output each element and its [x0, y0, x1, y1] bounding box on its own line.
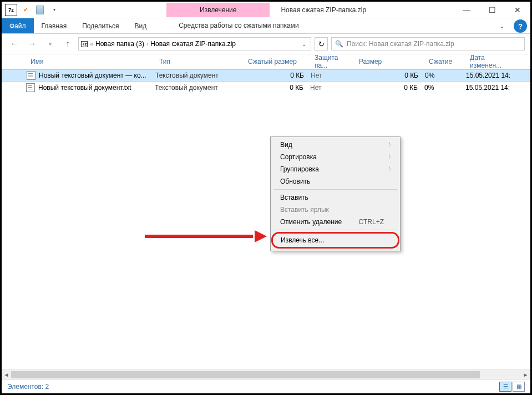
- annotation-arrow: [145, 232, 267, 240]
- explorer-window: 7z ✔ ▾ Извлечение Новая сжатая ZIP-папка…: [0, 0, 532, 395]
- help-icon[interactable]: ?: [514, 19, 527, 33]
- menu-separator: [273, 230, 397, 230]
- file-type: Текстовый документ: [155, 84, 244, 92]
- file-compressed-size: 0 КБ: [244, 84, 310, 92]
- highlighted-menu-item: Извлечь все...: [271, 232, 399, 249]
- menu-extract-all[interactable]: Извлечь все...: [273, 234, 398, 247]
- column-headers: Имя Тип Сжатый размер Защита па... Разме…: [2, 54, 530, 69]
- text-file-icon: [26, 83, 35, 92]
- search-input[interactable]: 🔍 Поиск: Новая сжатая ZIP-папка.zip: [331, 37, 525, 50]
- navigation-bar: ← → ▾ ↑ 7z « Новая папка (3) › Новая сжа…: [2, 34, 530, 54]
- text-file-icon: [27, 71, 36, 80]
- ribbon-tabs: Файл Главная Поделиться Вид Средства раб…: [2, 18, 530, 34]
- qat-dropdown-icon[interactable]: ▾: [48, 4, 60, 16]
- tab-share[interactable]: Поделиться: [74, 18, 126, 33]
- scroll-left-icon[interactable]: ◄: [2, 370, 11, 379]
- menu-separator: [273, 189, 397, 190]
- close-button[interactable]: ✕: [505, 2, 530, 18]
- details-view-icon[interactable]: ☰: [499, 382, 511, 392]
- file-compressed-size: 0 КБ: [244, 72, 311, 79]
- col-type[interactable]: Тип: [155, 58, 244, 65]
- archive-icon: 7z: [81, 41, 88, 47]
- file-protected: Нет: [311, 72, 355, 79]
- up-button[interactable]: ↑: [60, 37, 75, 51]
- refresh-button[interactable]: ↻: [315, 37, 328, 50]
- tab-home[interactable]: Главная: [34, 18, 75, 33]
- menu-paste-shortcut: Вставить ярлык: [272, 204, 398, 216]
- new-folder-icon[interactable]: [34, 4, 46, 16]
- maximize-button[interactable]: ☐: [479, 2, 505, 18]
- breadcrumb-overflow-icon[interactable]: «: [90, 41, 93, 47]
- search-placeholder: Поиск: Новая сжатая ZIP-папка.zip: [347, 40, 454, 48]
- submenu-arrow-icon: 〉: [388, 141, 394, 149]
- forward-button[interactable]: →: [25, 37, 39, 51]
- item-count: Элементов: 2: [7, 383, 49, 391]
- app-icon-7z[interactable]: 7z: [5, 4, 17, 16]
- window-title: Новая сжатая ZIP-папка.zip: [270, 6, 454, 14]
- properties-icon[interactable]: ✔: [19, 4, 32, 16]
- col-compression[interactable]: Сжатие: [424, 58, 465, 65]
- menu-group[interactable]: Группировка〉: [272, 163, 398, 175]
- file-name: Новый текстовый документ.txt: [38, 84, 155, 92]
- address-bar[interactable]: 7z « Новая папка (3) › Новая сжатая ZIP-…: [78, 37, 311, 50]
- col-size[interactable]: Размер: [354, 58, 424, 65]
- minimize-button[interactable]: ―: [454, 2, 479, 18]
- col-compressed-size[interactable]: Сжатый размер: [244, 58, 310, 65]
- submenu-arrow-icon: 〉: [388, 165, 394, 173]
- file-compression: 0%: [424, 84, 465, 92]
- title-bar: 7z ✔ ▾ Извлечение Новая сжатая ZIP-папка…: [2, 2, 530, 18]
- recent-locations-dropdown[interactable]: ▾: [43, 37, 57, 51]
- file-size: 0 КБ: [354, 84, 424, 92]
- view-mode-switcher: ☰ ▦: [499, 382, 525, 392]
- horizontal-scrollbar[interactable]: ◄ ►: [2, 369, 530, 379]
- file-protected: Нет: [310, 84, 354, 92]
- status-bar: Элементов: 2 ☰ ▦: [2, 379, 530, 393]
- ribbon-expand-icon[interactable]: ⌄: [494, 18, 510, 33]
- search-icon: 🔍: [335, 40, 343, 48]
- scroll-right-icon[interactable]: ►: [521, 370, 530, 379]
- col-date-modified[interactable]: Дата изменен...: [465, 54, 515, 69]
- file-date: 15.05.2021 14:: [466, 72, 516, 79]
- context-menu: Вид〉 Сортировка〉 Группировка〉 Обновить В…: [270, 136, 401, 251]
- large-icons-view-icon[interactable]: ▦: [513, 382, 525, 392]
- contextual-tab-extract[interactable]: Извлечение: [166, 3, 270, 17]
- submenu-arrow-icon: 〉: [388, 153, 394, 161]
- tab-view[interactable]: Вид: [126, 18, 154, 33]
- breadcrumb-segment[interactable]: Новая сжатая ZIP-папка.zip: [150, 40, 236, 48]
- col-name[interactable]: Имя: [26, 58, 155, 65]
- menu-undo-delete[interactable]: Отменить удалениеCTRL+Z: [272, 216, 398, 228]
- scrollbar-thumb[interactable]: [11, 371, 480, 378]
- address-dropdown-icon[interactable]: ⌄: [300, 41, 308, 47]
- file-row[interactable]: Новый текстовый документ.txt Текстовый д…: [2, 82, 530, 94]
- window-controls: ― ☐ ✕: [454, 2, 530, 18]
- back-button[interactable]: ←: [7, 37, 22, 51]
- tab-compressed-tools[interactable]: Средства работы со сжатыми папками: [171, 18, 307, 33]
- breadcrumb-segment[interactable]: Новая папка (3): [95, 40, 144, 48]
- file-name: Новый текстовый документ — ко...: [39, 72, 155, 79]
- menu-shortcut: CTRL+Z: [358, 218, 384, 226]
- file-date: 15.05.2021 14:: [465, 84, 515, 92]
- file-row[interactable]: Новый текстовый документ — ко... Текстов…: [2, 69, 530, 82]
- file-compression: 0%: [425, 72, 466, 79]
- menu-paste[interactable]: Вставить: [272, 191, 398, 204]
- menu-refresh[interactable]: Обновить: [272, 175, 398, 188]
- menu-sort[interactable]: Сортировка〉: [272, 151, 398, 163]
- file-type: Текстовый документ: [155, 72, 244, 79]
- tab-file[interactable]: Файл: [2, 18, 34, 33]
- file-list: Новый текстовый документ — ко... Текстов…: [2, 69, 530, 94]
- col-password-protected[interactable]: Защита па...: [310, 54, 354, 69]
- menu-view[interactable]: Вид〉: [272, 139, 398, 151]
- quick-access-toolbar: 7z ✔ ▾: [2, 4, 64, 16]
- file-size: 0 КБ: [355, 72, 425, 79]
- chevron-right-icon[interactable]: ›: [146, 41, 148, 47]
